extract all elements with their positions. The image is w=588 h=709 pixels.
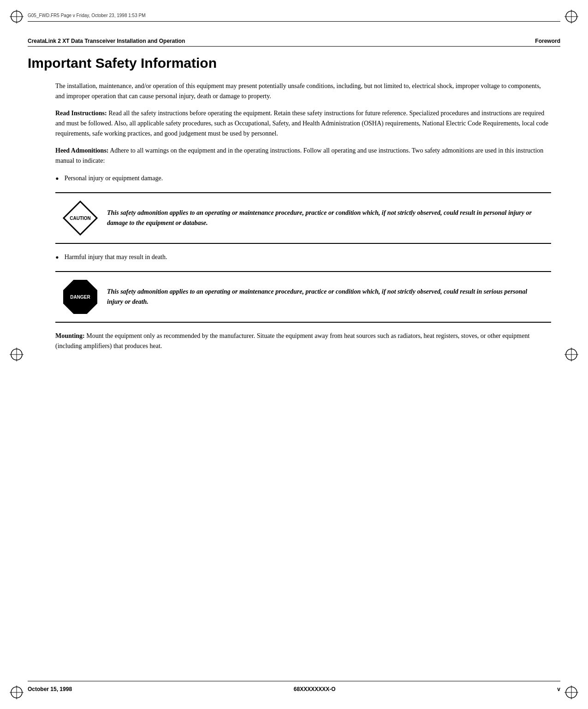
header-rule-top: [28, 21, 560, 22]
reg-mark-ml: [8, 346, 25, 363]
read-instructions-lead: Read Instructions:: [55, 110, 107, 117]
danger-admonition-box: DANGER This safety admonition applies to…: [55, 271, 551, 323]
footer-center: 68XXXXXXXX-O: [294, 686, 336, 692]
reg-mark-tl: [8, 8, 25, 25]
caution-text: This safety admonition applies to an ope…: [107, 208, 544, 228]
footer: October 15, 1998 68XXXXXXXX-O v: [28, 686, 560, 692]
heed-body: Adhere to all warnings on the equipment …: [55, 147, 543, 164]
mounting-lead: Mounting:: [55, 332, 85, 339]
heed-lead: Heed Admonitions:: [55, 147, 109, 154]
footer-left: October 15, 1998: [28, 686, 72, 692]
file-info-text: G05_FWD.FR5 Page v Friday, October 23, 1…: [28, 13, 145, 18]
bullet-dot-1: •: [55, 174, 59, 184]
reg-mark-tr: [563, 8, 580, 25]
bullet-text-2: Harmful injury that may result in death.: [65, 252, 167, 262]
mounting-paragraph: Mounting: Mount the equipment only as re…: [55, 331, 551, 351]
bullet-item-2: • Harmful injury that may result in deat…: [55, 252, 551, 263]
footer-rule: [28, 681, 560, 681]
reg-mark-br: [563, 684, 580, 701]
read-instructions-body: Read all the safety instructions before …: [55, 110, 548, 136]
main-content: Important Safety Information The install…: [28, 51, 560, 672]
text-block: The installation, maintenance, and/or op…: [55, 81, 551, 351]
bullet-item-1: • Personal injury or equipment damage.: [55, 173, 551, 184]
danger-icon: DANGER: [62, 278, 99, 315]
caution-admonition-box: CAUTION This safety admonition applies t…: [55, 192, 551, 244]
mounting-body: Mount the equipment only as recommended …: [55, 332, 529, 349]
caution-icon: CAUTION: [62, 200, 99, 236]
page-wrapper: G05_FWD.FR5 Page v Friday, October 23, 1…: [0, 0, 588, 709]
footer-right: v: [557, 686, 560, 692]
heed-paragraph: Heed Admonitions: Adhere to all warnings…: [55, 146, 551, 165]
bullet-text-1: Personal injury or equipment damage.: [65, 173, 163, 183]
svg-text:CAUTION: CAUTION: [70, 216, 91, 221]
file-info-bar: G05_FWD.FR5 Page v Friday, October 23, 1…: [28, 13, 560, 18]
running-header-right: Foreword: [535, 38, 560, 44]
svg-text:DANGER: DANGER: [70, 295, 90, 300]
read-instructions-paragraph: Read Instructions: Read all the safety i…: [55, 108, 551, 138]
running-header-rule: [28, 46, 560, 47]
running-header: CreataLink 2 XT Data Transceiver Install…: [28, 38, 560, 44]
bullet-dot-2: •: [55, 253, 59, 263]
running-header-left: CreataLink 2 XT Data Transceiver Install…: [28, 38, 185, 44]
reg-mark-mr: [563, 346, 580, 363]
intro-paragraph: The installation, maintenance, and/or op…: [55, 81, 551, 101]
page-title: Important Safety Information: [28, 55, 560, 71]
reg-mark-bl: [8, 684, 25, 701]
danger-text: This safety admonition applies to an ope…: [107, 287, 544, 307]
intro-text: The installation, maintenance, and/or op…: [55, 83, 541, 100]
